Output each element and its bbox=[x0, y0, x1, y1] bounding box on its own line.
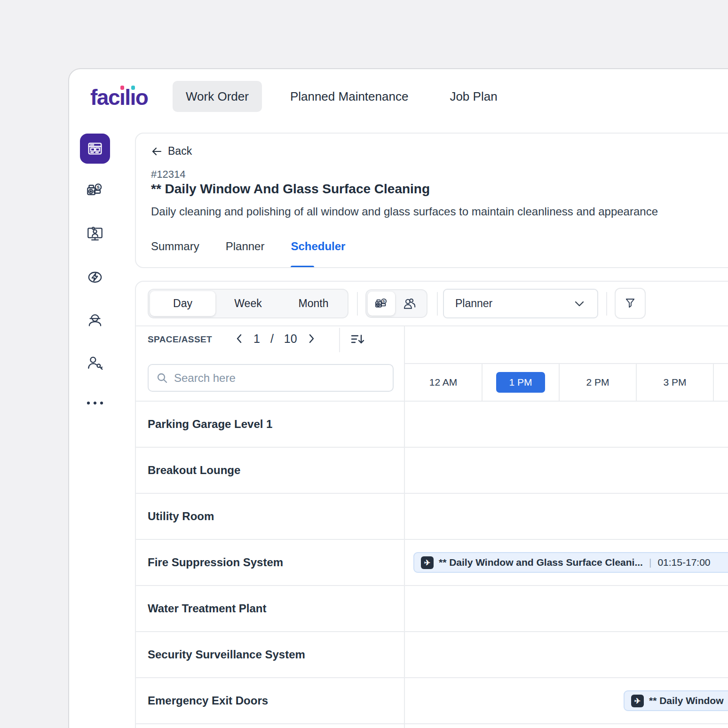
work-order-title: ** Daily Window And Glass Surface Cleani… bbox=[151, 182, 430, 197]
work-order-description: Daily cleaning and polishing of all wind… bbox=[151, 205, 658, 218]
space-asset-label: Water Treatment Plant bbox=[148, 602, 267, 615]
plane-icon: ✈ bbox=[421, 556, 434, 569]
event-chip[interactable]: ✈** Daily Window bbox=[624, 690, 728, 711]
grid-row: Security Surveillance System bbox=[136, 632, 728, 678]
sidebar: $ bbox=[80, 134, 110, 406]
search-input[interactable] bbox=[174, 372, 385, 385]
event-separator: | bbox=[649, 557, 651, 568]
planner-select-value: Planner bbox=[455, 297, 492, 310]
grid-row-partial bbox=[136, 724, 728, 728]
page: { "brand": { "name": "facilio", "purple"… bbox=[0, 0, 728, 728]
event-chip[interactable]: ✈** Daily Window and Glass Surface Clean… bbox=[413, 552, 728, 573]
sidebar-item-energy[interactable] bbox=[85, 267, 105, 287]
space-asset-label: Security Surveillance System bbox=[148, 648, 305, 661]
people-view-button[interactable] bbox=[396, 292, 423, 316]
grid-row: Utility Room bbox=[136, 494, 728, 540]
time-slot-12-am[interactable]: 12 AM bbox=[405, 364, 482, 401]
space-asset-label: Fire Suppression System bbox=[148, 556, 283, 569]
pagination-total: 10 bbox=[284, 332, 297, 346]
svg-text:$: $ bbox=[97, 184, 100, 190]
space-asset-column-header: SPACE/ASSET bbox=[148, 334, 212, 345]
view-button-month[interactable]: Month bbox=[281, 291, 346, 316]
view-toggle: DayWeekMonth bbox=[148, 289, 348, 318]
sidebar-item-more[interactable] bbox=[85, 400, 105, 406]
sidebar-item-visitor-display[interactable] bbox=[85, 224, 105, 244]
time-slot-2-pm[interactable]: 2 PM bbox=[559, 364, 636, 401]
toolbar-divider bbox=[437, 292, 438, 316]
tab-planner[interactable]: Planner bbox=[226, 240, 265, 258]
space-asset-label: Breakout Lounge bbox=[148, 464, 240, 477]
grid-row: Fire Suppression System✈** Daily Window … bbox=[136, 540, 728, 586]
asset-cost-icon: $ bbox=[85, 181, 105, 200]
tab-summary[interactable]: Summary bbox=[151, 240, 199, 258]
toolbar-divider bbox=[606, 292, 607, 316]
next-page-button[interactable] bbox=[308, 333, 315, 344]
space-asset-label: Emergency Exit Doors bbox=[148, 694, 268, 707]
visitor-display-icon bbox=[85, 224, 105, 244]
sidebar-item-dashboard[interactable] bbox=[80, 134, 110, 164]
plane-icon: ✈ bbox=[631, 695, 644, 707]
asset-view-button[interactable]: $ bbox=[368, 292, 395, 316]
sort-button[interactable] bbox=[348, 330, 367, 349]
app-window: facılıo Work OrderPlanned MaintenanceJob… bbox=[68, 68, 728, 728]
view-button-day[interactable]: Day bbox=[150, 291, 215, 316]
time-slot-3-pm[interactable]: 3 PM bbox=[636, 364, 713, 401]
time-slot-partial bbox=[713, 364, 728, 401]
technician-icon bbox=[85, 310, 105, 330]
event-time: 01:15-17:00 bbox=[657, 557, 710, 568]
selected-time-pill: 1 PM bbox=[496, 372, 545, 393]
scheduler-grid: Parking Garage Level 1Breakout LoungeUti… bbox=[136, 401, 728, 728]
sort-icon bbox=[348, 331, 366, 348]
nav-item-job-plan[interactable]: Job Plan bbox=[436, 81, 510, 112]
time-slot-label: 12 AM bbox=[429, 377, 458, 388]
scheduler-panel: DayWeekMonth $ bbox=[135, 281, 728, 728]
grid-row: Parking Garage Level 1 bbox=[136, 402, 728, 448]
asset-view-icon: $ bbox=[374, 296, 389, 311]
grid-row: Water Treatment Plant bbox=[136, 586, 728, 632]
pagination-separator: / bbox=[270, 332, 274, 346]
top-nav: Work OrderPlanned MaintenanceJob Plan bbox=[173, 81, 511, 112]
divider bbox=[339, 328, 340, 352]
tenant-access-icon bbox=[85, 354, 105, 373]
space-asset-label: Utility Room bbox=[148, 510, 214, 523]
back-arrow-icon bbox=[151, 146, 162, 157]
logo-dot-pink bbox=[120, 86, 124, 90]
work-order-header-panel: Back #12314 ** Daily Window And Glass Su… bbox=[135, 133, 728, 268]
time-slot-label: 3 PM bbox=[663, 377, 686, 388]
facilio-logo: facılıo bbox=[90, 84, 148, 111]
back-label: Back bbox=[168, 145, 192, 158]
event-title: ** Daily Window bbox=[649, 695, 724, 706]
scheduler-toolbar: DayWeekMonth $ bbox=[136, 282, 728, 326]
event-title: ** Daily Window and Glass Surface Cleani… bbox=[439, 557, 643, 568]
logo-letter-i: ı bbox=[130, 84, 135, 111]
filter-icon bbox=[623, 296, 637, 310]
sidebar-item-asset-cost[interactable]: $ bbox=[85, 181, 105, 200]
pagination: 1 / 10 bbox=[236, 329, 315, 348]
back-button[interactable]: Back bbox=[151, 145, 192, 158]
pagination-current: 1 bbox=[253, 332, 260, 346]
people-view-icon bbox=[402, 296, 417, 311]
view-button-week[interactable]: Week bbox=[215, 291, 281, 316]
previous-page-button[interactable] bbox=[236, 333, 243, 344]
mode-toggle: $ bbox=[365, 289, 427, 318]
grid-row: Emergency Exit Doors✈** Daily Window bbox=[136, 678, 728, 724]
energy-icon bbox=[85, 267, 105, 287]
space-asset-label: Parking Garage Level 1 bbox=[148, 418, 272, 431]
search-box bbox=[148, 364, 394, 392]
sidebar-item-technician[interactable] bbox=[85, 310, 105, 330]
chevron-down-icon bbox=[574, 300, 585, 308]
more-icon bbox=[85, 400, 105, 406]
filter-button[interactable] bbox=[615, 288, 646, 319]
tab-scheduler[interactable]: Scheduler bbox=[291, 240, 345, 258]
dashboard-icon bbox=[86, 140, 104, 158]
active-tab-underline bbox=[291, 266, 314, 268]
sidebar-item-tenant-access[interactable] bbox=[85, 354, 105, 373]
logo-dot-teal bbox=[131, 86, 135, 90]
planner-select[interactable]: Planner bbox=[443, 289, 598, 318]
time-slot-1-pm[interactable]: 1 PM bbox=[482, 364, 559, 401]
nav-item-planned-maintenance[interactable]: Planned Maintenance bbox=[277, 81, 422, 112]
toolbar-divider bbox=[357, 292, 358, 316]
nav-item-work-order[interactable]: Work Order bbox=[173, 81, 262, 112]
timeline-header: 12 AM1 PM2 PM3 PM bbox=[405, 363, 728, 401]
work-order-tabs: SummaryPlannerScheduler bbox=[151, 240, 345, 258]
